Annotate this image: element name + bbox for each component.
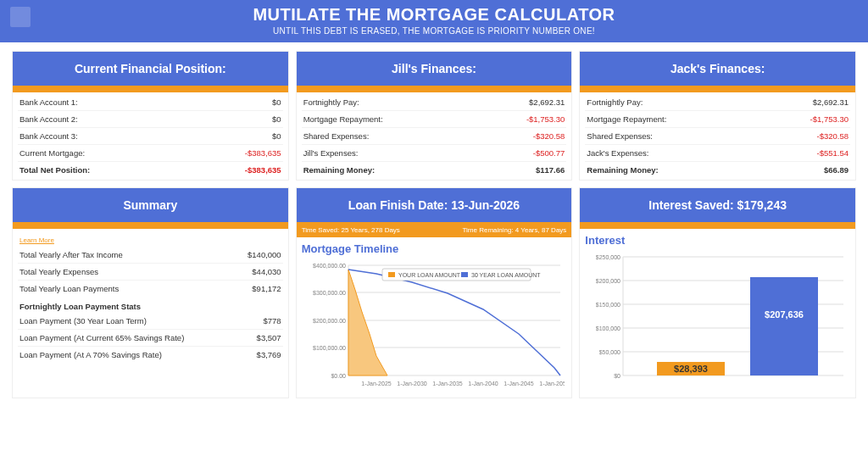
svg-text:$0: $0 xyxy=(615,373,621,379)
row-label: Total Net Position: xyxy=(19,165,90,175)
row-value: -$320.58 xyxy=(533,131,565,141)
timeline-svg: $0.00 $100,000.00 $200,000.00 $300,000.0… xyxy=(302,257,565,392)
panel-accent xyxy=(580,86,855,92)
row-value: $3,769 xyxy=(257,350,281,359)
table-row: Jack's Expenses:-$551.54 xyxy=(585,145,850,162)
row-value: -$500.77 xyxy=(533,148,565,158)
table-row: Current Mortgage:-$383,635 xyxy=(18,145,283,162)
your-loan-area xyxy=(348,270,387,375)
svg-text:$200,000.00: $200,000.00 xyxy=(313,318,346,324)
time-saved-label: Time Saved: 25 Years, 278 Days xyxy=(302,226,400,234)
svg-text:1-Jan-2030: 1-Jan-2030 xyxy=(397,381,427,386)
row-value: -$1,753.30 xyxy=(810,114,849,124)
dashboard-grid: Current Financial Position: Bank Account… xyxy=(0,42,868,403)
panel-jack-title: Jack's Finances: xyxy=(580,52,855,86)
svg-text:1-Jan-2025: 1-Jan-2025 xyxy=(361,381,392,386)
row-value: $140,000 xyxy=(248,250,281,259)
row-value: $3,507 xyxy=(257,333,281,342)
panel-accent xyxy=(13,222,288,229)
panel-loan-timeline: Loan Finish Date: 13-Jun-2026 Time Saved… xyxy=(296,187,573,398)
panel-loan-title: Loan Finish Date: 13-Jun-2026 xyxy=(297,188,572,222)
row-value: $91,172 xyxy=(252,284,281,293)
svg-text:1-Jan-2035: 1-Jan-2035 xyxy=(432,381,463,386)
table-row: Loan Payment (30 Year Loan Term)$778 xyxy=(18,313,283,330)
row-label: Remaining Money: xyxy=(303,165,375,175)
panel-jill: Jill's Finances: Fortnightly Pay:$2,692.… xyxy=(296,51,573,181)
page-header: MUTILATE THE MORTGAGE CALCULATOR UNTIL T… xyxy=(0,0,868,42)
table-row: Total Yearly After Tax Income$140,000 xyxy=(18,247,283,264)
row-label: Shared Expenses: xyxy=(587,131,653,141)
row-label: Total Yearly After Tax Income xyxy=(19,250,123,259)
thirty-year-line xyxy=(348,270,560,375)
table-row: Bank Account 1:$0 xyxy=(18,94,283,111)
row-value: -$383,635 xyxy=(245,148,281,158)
panel-summary: Summary Learn More Total Yearly After Ta… xyxy=(12,187,289,398)
svg-rect-20 xyxy=(461,272,468,277)
panel-position: Current Financial Position: Bank Account… xyxy=(12,51,289,181)
row-value: $0 xyxy=(272,114,281,124)
table-row: Remaining Money:$66.89 xyxy=(585,162,850,178)
row-value: $117.66 xyxy=(536,165,565,175)
svg-text:$200,000: $200,000 xyxy=(596,278,620,284)
svg-text:1-Jan-2045: 1-Jan-2045 xyxy=(504,381,534,386)
learn-more-link[interactable]: Learn More xyxy=(18,234,56,247)
svg-text:$50,000: $50,000 xyxy=(599,349,620,355)
timeline-chart-title: Mortgage Timeline xyxy=(302,242,567,255)
page-title: MUTILATE THE MORTGAGE CALCULATOR xyxy=(0,5,868,25)
table-row: Loan Payment (At A 70% Savings Rate)$3,7… xyxy=(18,347,283,363)
time-remaining-label: Time Remaining: 4 Years, 87 Days xyxy=(462,226,566,234)
row-value: $0 xyxy=(272,131,281,141)
table-row: Fortnightly Pay:$2,692.31 xyxy=(302,94,567,111)
row-label: Fortnightly Pay: xyxy=(587,97,643,107)
table-row: Remaining Money:$117.66 xyxy=(302,162,567,178)
table-row: Jill's Expenses:-$500.77 xyxy=(302,145,567,162)
svg-text:30 YEAR LOAN AMOUNT: 30 YEAR LOAN AMOUNT xyxy=(471,272,541,278)
row-label: Jack's Expenses: xyxy=(587,148,648,158)
svg-rect-18 xyxy=(388,272,395,277)
panel-position-body: Bank Account 1:$0Bank Account 2:$0Bank A… xyxy=(13,92,288,180)
table-row: Shared Expenses:-$320.58 xyxy=(585,128,850,145)
svg-text:YOUR LOAN AMOUNT: YOUR LOAN AMOUNT xyxy=(398,272,461,278)
panel-position-title: Current Financial Position: xyxy=(13,52,288,86)
interest-svg: $0 $50,000 $100,000 $150,000 $200,000 $2… xyxy=(585,248,848,391)
interest-chart-title: Interest xyxy=(585,234,850,247)
panel-summary-body: Learn More Total Yearly After Tax Income… xyxy=(13,229,288,364)
row-value: $44,030 xyxy=(252,267,281,276)
panel-accent xyxy=(13,86,288,92)
table-row: Mortgage Repayment:-$1,753.30 xyxy=(302,111,567,128)
table-row: Total Yearly Expenses$44,030 xyxy=(18,264,283,281)
table-row: Mortgage Repayment:-$1,753.30 xyxy=(585,111,850,128)
row-value: $778 xyxy=(264,316,281,325)
timeline-chart: Mortgage Timeline $0.00 $100,000.00 $200… xyxy=(297,237,572,398)
row-label: Mortgage Repayment: xyxy=(303,114,383,124)
svg-text:$100,000.00: $100,000.00 xyxy=(313,345,346,351)
interest-bar-30yr xyxy=(750,277,818,375)
row-value: $2,692.31 xyxy=(529,97,565,107)
logo-icon xyxy=(10,7,31,27)
table-row: Shared Expenses:-$320.58 xyxy=(302,128,567,145)
interest-bar-30yr-label: $207,636 xyxy=(765,309,804,320)
panel-interest-title: Interest Saved: $179,243 xyxy=(580,188,855,222)
svg-text:$250,000: $250,000 xyxy=(596,254,620,260)
svg-text:1-Jan-2040: 1-Jan-2040 xyxy=(468,381,498,386)
svg-text:1-Jan-2050: 1-Jan-2050 xyxy=(539,381,565,386)
interest-chart: Interest $0 $50,000 $100,000 $150,000 $2… xyxy=(580,229,855,396)
row-label: Current Mortgage: xyxy=(19,148,85,158)
interest-bar-yours-label: $28,393 xyxy=(674,364,708,374)
row-label: Loan Payment (At A 70% Savings Rate) xyxy=(19,350,162,359)
summary-subhead: Fortnightly Loan Payment Stats xyxy=(18,297,283,313)
row-value: -$320.58 xyxy=(816,131,849,141)
panel-jill-body: Fortnightly Pay:$2,692.31Mortgage Repaym… xyxy=(297,92,572,180)
row-value: -$383,635 xyxy=(245,165,281,175)
row-value: $0 xyxy=(272,97,281,107)
panel-interest: Interest Saved: $179,243 Interest $0 $50… xyxy=(579,187,856,398)
panel-jill-title: Jill's Finances: xyxy=(297,52,572,86)
row-label: Bank Account 2: xyxy=(19,114,78,124)
panel-jack: Jack's Finances: Fortnightly Pay:$2,692.… xyxy=(579,51,856,181)
panel-accent xyxy=(580,222,855,229)
row-value: -$551.54 xyxy=(816,148,849,158)
svg-text:$100,000: $100,000 xyxy=(596,325,620,331)
row-label: Mortgage Repayment: xyxy=(587,114,666,124)
row-label: Bank Account 3: xyxy=(19,131,78,141)
row-value: -$1,753.30 xyxy=(526,114,565,124)
